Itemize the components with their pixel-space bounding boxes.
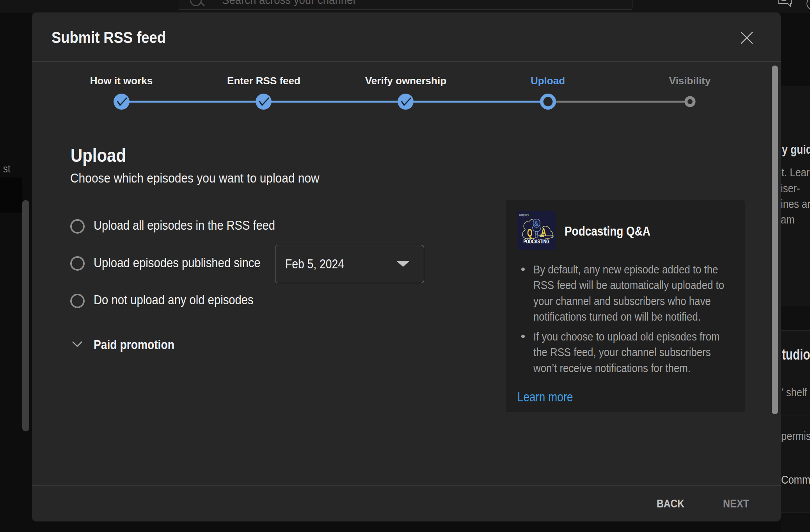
svg-text:Q: Q [527, 227, 533, 239]
svg-text:PODCASTING: PODCASTING [524, 238, 549, 245]
svg-text:&: & [534, 220, 538, 227]
svg-text:A: A [541, 226, 546, 238]
svg-text:buzzsprout 🌿: buzzsprout 🌿 [519, 213, 530, 216]
